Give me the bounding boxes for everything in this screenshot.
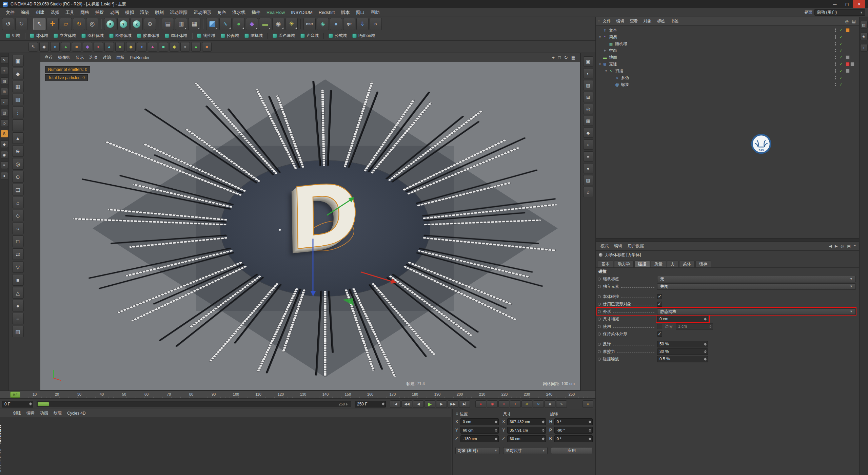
menu-Redshift[interactable]: Redshift xyxy=(316,8,338,17)
realflow-tool-16[interactable]: ▲ xyxy=(191,42,201,52)
single-view-toggle-icon[interactable]: ▦ xyxy=(571,55,575,60)
realflow-tool-14[interactable]: ◆ xyxy=(170,42,179,52)
realflow-tool-4[interactable]: ▲ xyxy=(61,42,71,52)
rotate-view-icon[interactable]: ↻ xyxy=(564,55,568,60)
tab-动力学[interactable]: 动力学 xyxy=(614,261,634,267)
viewport-dock-icon-2[interactable]: ◐ xyxy=(583,68,593,78)
magic-merge-button[interactable]: ◈ xyxy=(317,18,329,30)
realflow-tool-2[interactable]: ◆ xyxy=(39,42,49,52)
expand-toggle-icon[interactable]: ▾ xyxy=(604,69,608,73)
modeling-icon-13[interactable]: ◇ xyxy=(12,210,24,221)
field-Python域[interactable]: Python域 xyxy=(350,32,377,40)
animation-dot-icon[interactable] xyxy=(598,278,601,281)
redo-button[interactable]: ↻ xyxy=(15,18,27,30)
visibility-dots[interactable] xyxy=(835,83,836,86)
param-dropdown[interactable]: 静态网格▼ xyxy=(657,308,856,315)
downloads-button[interactable]: ⇓ xyxy=(356,18,369,30)
last-used-tool[interactable]: ◎ xyxy=(86,18,98,30)
menu-窗口[interactable]: 窗口 xyxy=(353,8,368,17)
realflow-tool-3[interactable]: ● xyxy=(50,42,60,52)
realflow-tool-5[interactable]: ■ xyxy=(72,42,81,52)
left-dock-icon-5[interactable]: ◐ xyxy=(1,98,8,106)
tab-基本[interactable]: 基本 xyxy=(598,261,613,267)
menu-编辑[interactable]: 编辑 xyxy=(18,8,33,17)
om-menu-标签[interactable]: 标签 xyxy=(654,17,668,25)
realflow-tool-13[interactable]: ■ xyxy=(159,42,168,52)
menu-角色[interactable]: 角色 xyxy=(214,8,229,17)
enable-axis-icon[interactable]: ⊕ xyxy=(12,145,24,157)
maximize-button[interactable]: ▢ xyxy=(841,0,853,8)
menu-运动图形[interactable]: 运动图形 xyxy=(191,8,214,17)
key-position-toggle[interactable]: + xyxy=(510,400,521,408)
object-row-多边[interactable]: ○多边✓ xyxy=(596,74,859,81)
visibility-dots[interactable] xyxy=(835,35,836,39)
close-button[interactable]: ✕ xyxy=(853,0,865,8)
om-menu-对象[interactable]: 对象 xyxy=(641,17,654,25)
timeline-slider[interactable]: 250 F xyxy=(37,401,351,407)
tab-质量[interactable]: 质量 xyxy=(651,261,666,267)
previous-frame-button[interactable]: ◀ xyxy=(413,400,424,408)
point-mode-icon[interactable]: ⋮ xyxy=(12,107,24,118)
viewport-dock-icon-11[interactable]: ▨ xyxy=(583,175,593,185)
z-axis-handle[interactable] xyxy=(313,239,314,291)
animation-dot-icon[interactable] xyxy=(598,295,601,298)
modeling-icon-17[interactable]: ▽ xyxy=(12,261,24,273)
move-tool[interactable]: + xyxy=(46,18,59,30)
animation-dot-icon[interactable] xyxy=(598,303,601,306)
viewport-dock-icon-9[interactable]: ≡ xyxy=(583,151,593,162)
field-球体域[interactable]: 球体域 xyxy=(27,32,51,40)
realflow-tool-1[interactable]: ↖ xyxy=(28,42,38,52)
size-Y-input[interactable]: 357.91 cm xyxy=(507,427,546,434)
visibility-dots[interactable] xyxy=(835,49,836,52)
live-selection-tool[interactable]: ↖ xyxy=(33,18,45,30)
menu-创建[interactable]: 创建 xyxy=(33,8,47,17)
realflow-tool-7[interactable]: ● xyxy=(94,42,103,52)
enable-check-icon[interactable]: ✓ xyxy=(839,55,843,60)
tab-力[interactable]: 力 xyxy=(667,261,678,267)
om-menu-书签[interactable]: 书签 xyxy=(668,17,682,25)
viewport-menu-查看[interactable]: 查看 xyxy=(42,53,55,62)
end-frame-input[interactable]: 250 F xyxy=(355,401,386,407)
visibility-dots[interactable] xyxy=(835,56,836,59)
viewport-dock-icon-7[interactable]: ◆ xyxy=(583,128,593,138)
param-spinner[interactable]: 0.5 % xyxy=(657,356,708,362)
left-dock-icon-8[interactable]: S xyxy=(1,130,8,137)
am-filter-icon[interactable]: ◎ xyxy=(841,244,844,248)
position-X-input[interactable]: 0 cm xyxy=(460,418,499,425)
field-立方体域[interactable]: 立方体域 xyxy=(51,32,78,40)
bridge-button[interactable]: B xyxy=(370,18,382,30)
object-row-随机域[interactable]: ▦随机域✓ xyxy=(596,40,859,47)
menu-捕捉[interactable]: 捕捉 xyxy=(92,8,107,17)
object-tag-icon[interactable] xyxy=(846,28,850,32)
modeling-icon-22[interactable]: ▨ xyxy=(12,326,24,337)
left-dock-icon-12[interactable]: ● xyxy=(1,172,8,179)
viewport-menu-面板[interactable]: 面板 xyxy=(114,53,127,62)
panel-divider[interactable] xyxy=(596,238,859,242)
object-row-螺旋[interactable]: @螺旋✓ xyxy=(596,81,859,88)
menu-文件[interactable]: 文件 xyxy=(3,8,18,17)
param-checkbox[interactable] xyxy=(657,302,662,307)
enable-check-icon[interactable]: ✓ xyxy=(839,35,843,39)
rotation-B-input[interactable]: 0 ° xyxy=(554,435,593,442)
layout-dropdown[interactable]: 启动 (用户)▼ xyxy=(814,9,865,16)
add-deformer-button[interactable]: ◆ xyxy=(246,18,258,30)
field-圆锥体域[interactable]: 圆锥体域 xyxy=(107,32,134,40)
minimize-button[interactable]: — xyxy=(829,0,841,8)
menu-渲染[interactable]: 渲染 xyxy=(137,8,152,17)
enable-check-icon[interactable]: ✓ xyxy=(839,49,843,53)
realflow-tool-11[interactable]: ● xyxy=(137,42,146,52)
object-row-简易[interactable]: ▾*简易✓ xyxy=(596,34,859,40)
menu-帮助[interactable]: 帮助 xyxy=(368,8,382,17)
modeling-icon-20[interactable]: ● xyxy=(12,300,24,311)
animation-dot-icon[interactable] xyxy=(598,343,601,346)
viewport-dock-icon-8[interactable]: ○ xyxy=(583,139,593,150)
realflow-tool-15[interactable]: ● xyxy=(180,42,190,52)
field-径向域[interactable]: 径向域 xyxy=(218,32,241,40)
lock-x-axis-button[interactable]: X xyxy=(104,18,116,30)
param-spinner[interactable]: 0 cm xyxy=(657,316,708,322)
object-row-文本[interactable]: T文本✓ xyxy=(596,27,859,34)
param-checkbox[interactable] xyxy=(657,294,662,299)
render-settings-button[interactable]: ▦ xyxy=(188,18,200,30)
param-dropdown[interactable]: 无▼ xyxy=(657,276,856,282)
left-dock-icon-4[interactable]: ⊞ xyxy=(1,88,8,95)
